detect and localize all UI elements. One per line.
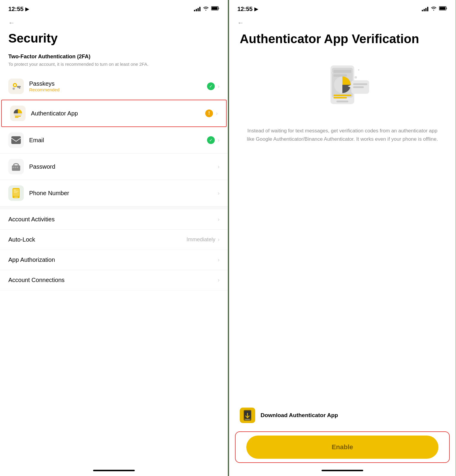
svg-rect-34: [336, 101, 348, 102]
twofa-subtext: To protect your account, it is recommend…: [0, 61, 228, 73]
password-title: Password: [29, 163, 218, 170]
svg-rect-5: [19, 87, 20, 89]
auth-description: Instead of waiting for text messages, ge…: [229, 122, 456, 152]
home-indicator-left: [93, 470, 135, 471]
svg-rect-24: [14, 192, 17, 193]
svg-rect-23: [14, 191, 18, 192]
status-icons-right: [422, 6, 447, 12]
svg-rect-32: [333, 95, 351, 96]
svg-rect-33: [333, 97, 347, 98]
download-icon: [240, 408, 255, 423]
autolock-value: Immediately: [187, 237, 215, 243]
wifi-icon-left: [203, 6, 209, 12]
auth-icon: [10, 106, 26, 121]
security-item-authenticator[interactable]: Authenticator App ! ›: [1, 100, 227, 127]
email-status: ✓: [207, 136, 215, 144]
svg-rect-6: [18, 87, 19, 88]
svg-rect-29: [333, 70, 351, 73]
phone-chevron: ›: [218, 190, 220, 196]
activities-label: Account Activities: [8, 216, 218, 223]
svg-rect-12: [11, 136, 21, 144]
page-title-left: Security: [0, 29, 228, 51]
security-item-passkeys[interactable]: Passkeys Recommended ✓ ›: [0, 73, 228, 100]
enable-button-wrapper: Enable: [235, 431, 450, 463]
appauth-chevron: ›: [218, 257, 220, 263]
svg-rect-15: [15, 167, 16, 168]
svg-rect-1: [212, 7, 218, 10]
email-chevron: ›: [218, 137, 220, 143]
password-chevron: ›: [218, 164, 220, 170]
menu-item-autolock[interactable]: Auto-Lock Immediately ›: [0, 230, 228, 250]
phone-title: Phone Number: [29, 190, 218, 197]
battery-icon-left: [211, 6, 220, 12]
connections-label: Account Connections: [8, 277, 218, 284]
menu-item-connections[interactable]: Account Connections ›: [0, 270, 228, 290]
status-bar-left: 12:55 ▶: [0, 0, 228, 15]
status-time-left: 12:55 ▶: [8, 6, 29, 12]
svg-rect-4: [17, 86, 21, 87]
download-label: Download Authenticator App: [261, 412, 338, 419]
svg-rect-21: [13, 196, 19, 196]
password-icon: [8, 159, 24, 174]
right-panel: 12:55 ▶: [228, 0, 456, 476]
battery-icon-right: [439, 6, 447, 12]
svg-rect-37: [353, 83, 367, 85]
connections-chevron: ›: [218, 277, 220, 283]
passkeys-chevron: ›: [218, 83, 220, 90]
svg-point-39: [331, 72, 333, 74]
svg-rect-30: [333, 74, 347, 77]
svg-rect-16: [17, 167, 18, 168]
security-item-phone[interactable]: Phone Number ›: [0, 180, 228, 206]
passkeys-icon: [8, 79, 24, 94]
passkeys-subtitle: Recommended: [29, 87, 207, 92]
auth-chevron: ›: [216, 110, 218, 117]
menu-item-activities[interactable]: Account Activities ›: [0, 209, 228, 230]
svg-rect-10: [15, 116, 21, 117]
appauth-label: App Authorization: [8, 256, 218, 263]
svg-rect-11: [15, 117, 18, 118]
back-button-right[interactable]: ←: [229, 15, 456, 29]
auth-title: Authenticator App: [31, 110, 205, 117]
email-icon: [8, 132, 24, 148]
security-item-email[interactable]: Email ✓ ›: [0, 127, 228, 154]
twofa-header: Two-Factor Authentication (2FA): [0, 51, 228, 61]
signal-bars-right: [422, 7, 428, 11]
autolock-label: Auto-Lock: [8, 236, 187, 243]
signal-bars-left: [194, 7, 200, 11]
svg-point-40: [358, 69, 359, 71]
status-bar-right: 12:55 ▶: [229, 0, 456, 15]
location-icon-right: ▶: [254, 6, 258, 12]
home-indicator-right: [322, 470, 363, 471]
email-title: Email: [29, 137, 207, 144]
status-icons-left: [194, 6, 220, 12]
passkeys-title: Passkeys: [29, 80, 207, 87]
svg-rect-38: [353, 86, 364, 88]
spacer: [229, 152, 456, 400]
location-icon-left: ▶: [25, 6, 29, 12]
menu-item-appauth[interactable]: App Authorization ›: [0, 250, 228, 270]
svg-rect-44: [245, 419, 250, 420]
status-time-right: 12:55 ▶: [237, 6, 258, 12]
phone-icon: [8, 185, 24, 201]
svg-rect-22: [14, 190, 16, 190]
svg-rect-8: [13, 88, 15, 89]
page-title-right: Authenticator App Verification: [229, 29, 456, 54]
auth-illustration: [229, 54, 456, 122]
svg-rect-26: [440, 7, 446, 10]
svg-point-3: [14, 84, 16, 86]
svg-rect-20: [14, 197, 18, 198]
auth-status: !: [205, 109, 213, 117]
passkeys-status: ✓: [207, 82, 215, 90]
security-item-password[interactable]: Password ›: [0, 154, 228, 180]
divider-1: [0, 206, 228, 209]
svg-point-41: [355, 76, 357, 79]
wifi-icon-right: [431, 6, 437, 12]
svg-rect-17: [14, 164, 18, 166]
enable-button[interactable]: Enable: [246, 436, 438, 459]
autolock-chevron: ›: [218, 237, 220, 243]
svg-rect-14: [12, 167, 14, 168]
back-button-left[interactable]: ←: [0, 15, 228, 29]
download-row[interactable]: Download Authenticator App: [229, 400, 456, 430]
activities-chevron: ›: [218, 216, 220, 223]
left-panel: 12:55 ▶: [0, 0, 228, 476]
